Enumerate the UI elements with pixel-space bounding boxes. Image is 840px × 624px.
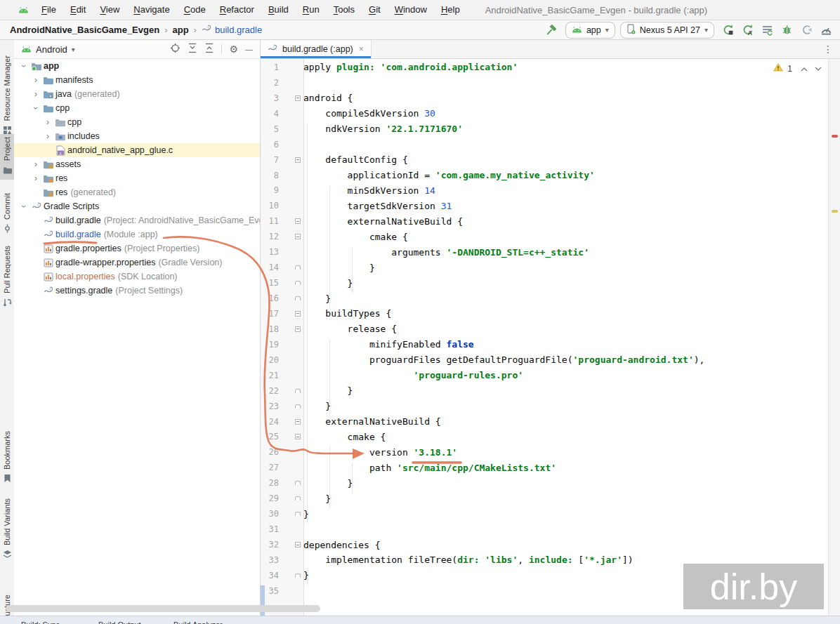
chevron-down-icon[interactable]: › (19, 201, 29, 212)
code-line-25[interactable]: 25 cmake { (261, 430, 829, 445)
profiler-icon[interactable] (818, 22, 834, 39)
menu-build[interactable]: Build (261, 0, 296, 20)
line-number[interactable]: 8 (261, 171, 279, 180)
line-number[interactable]: 26 (261, 447, 279, 457)
fold-start-icon[interactable] (295, 218, 301, 224)
code-line-23[interactable]: 23 } (261, 399, 829, 414)
code-line-19[interactable]: 19 minifyEnabled false (261, 337, 829, 352)
inspection-widget[interactable]: 1 (773, 63, 822, 74)
chevron-right-icon[interactable]: › (42, 117, 53, 127)
code-line-27[interactable]: 27 path 'src/main/cpp/CMakeLists.txt' (261, 460, 829, 475)
line-number[interactable]: 34 (261, 571, 279, 580)
code-line-22[interactable]: 22 } (261, 383, 829, 399)
code-line-12[interactable]: 12 cmake { (261, 229, 829, 244)
gear-icon[interactable]: ⚙ (229, 44, 238, 54)
code-line-10[interactable]: 10 targetSdkVersion 31 (261, 198, 829, 213)
build-hammer-icon[interactable] (544, 22, 560, 39)
tree-row-build-gradle[interactable]: build.gradle(Project: AndroidNative_Basi… (14, 213, 260, 227)
menu-refactor[interactable]: Refactor (213, 0, 261, 20)
code-line-4[interactable]: 4 compileSdkVersion 30 (261, 106, 829, 121)
line-number[interactable]: 3 (261, 93, 279, 103)
expand-all-icon[interactable] (188, 43, 197, 56)
tree-row-app[interactable]: ›app (14, 59, 260, 73)
collapse-all-icon[interactable] (204, 43, 214, 56)
line-number[interactable]: 4 (261, 109, 279, 119)
menu-git[interactable]: Git (362, 0, 388, 20)
bottom-bar-label[interactable]: Build Output (98, 620, 141, 624)
line-number[interactable]: 23 (261, 401, 279, 411)
line-number[interactable]: 32 (261, 540, 279, 550)
breadcrumb-project[interactable]: AndroidNative_BasicGame_Evgen (10, 25, 159, 35)
tool-window-button-structure[interactable]: Structure (0, 592, 14, 616)
code-line-11[interactable]: 11 externalNativeBuild { (261, 213, 829, 229)
bottom-bar-label[interactable]: Build Analyzer (173, 620, 223, 624)
code-line-13[interactable]: 13 arguments '-DANDROID_STL=c++_static' (261, 244, 829, 260)
tree-row-android-native-app-glue-c[interactable]: candroid_native_app_glue.c (14, 143, 260, 157)
fold-end-icon[interactable] (295, 573, 301, 578)
chevron-down-icon[interactable]: › (31, 102, 41, 114)
chevron-down-icon[interactable]: › (19, 60, 29, 72)
fold-start-icon[interactable] (295, 326, 301, 332)
tool-window-button-pull-requests[interactable]: Pull Requests (0, 243, 14, 312)
next-problem-icon[interactable] (815, 64, 822, 74)
apply-code-changes-icon[interactable]: A (739, 22, 756, 39)
tree-row-gradle-properties[interactable]: gradle.properties(Project Properties) (14, 241, 260, 255)
chevron-right-icon[interactable]: › (30, 173, 41, 183)
line-number[interactable]: 33 (261, 555, 279, 565)
code-line-28[interactable]: 28 } (261, 475, 829, 491)
tool-window-button-project[interactable]: Project (0, 134, 14, 180)
chevron-right-icon[interactable]: › (30, 159, 41, 169)
tool-window-button-commit[interactable]: Commit (0, 190, 14, 239)
fold-start-icon[interactable] (295, 157, 301, 163)
code-line-24[interactable]: 24 externalNativeBuild { (261, 414, 829, 430)
fold-end-icon[interactable] (295, 481, 301, 485)
chevron-right-icon[interactable]: › (30, 75, 41, 85)
tool-window-button-resource-manager[interactable]: Resource Manager (0, 53, 14, 140)
horizontal-scrollbar[interactable] (6, 605, 320, 612)
sync-list-icon[interactable] (759, 22, 775, 39)
fold-end-icon[interactable] (295, 265, 301, 270)
line-number[interactable]: 27 (261, 463, 279, 472)
fold-end-icon[interactable] (295, 281, 301, 285)
line-number[interactable]: 11 (261, 216, 279, 226)
tab-build-gradle[interactable]: build.gradle (:app) × (261, 40, 372, 58)
fold-start-icon[interactable] (295, 542, 301, 547)
tree-row-java[interactable]: ›java(generated) (14, 87, 260, 101)
line-number[interactable]: 24 (261, 417, 279, 427)
menu-edit[interactable]: Edit (63, 0, 93, 20)
line-number[interactable]: 9 (261, 185, 279, 195)
line-number[interactable]: 25 (261, 432, 279, 442)
menu-code[interactable]: Code (177, 0, 213, 20)
line-number[interactable]: 2 (261, 78, 279, 88)
code-line-29[interactable]: 29 } (261, 491, 829, 506)
close-tab-icon[interactable]: × (359, 44, 364, 54)
code-line-15[interactable]: 15 } (261, 275, 829, 291)
code-line-14[interactable]: 14 } (261, 260, 829, 275)
fold-end-icon[interactable] (295, 512, 301, 516)
fold-end-icon[interactable] (295, 496, 301, 500)
tree-row-res[interactable]: res(generated) (14, 185, 260, 199)
tree-row-assets[interactable]: ›assets (14, 157, 260, 171)
menu-tools[interactable]: Tools (327, 0, 362, 20)
tree-row-gradle-wrapper-properties[interactable]: gradle-wrapper.properties(Gradle Version… (14, 255, 260, 270)
scrollbar-warning-mark[interactable] (832, 210, 838, 213)
line-number[interactable]: 31 (261, 524, 279, 534)
line-number[interactable]: 16 (261, 293, 279, 303)
hide-panel-icon[interactable]: — (245, 45, 253, 53)
code-line-18[interactable]: 18 release { (261, 321, 829, 337)
fold-end-icon[interactable] (295, 404, 301, 409)
previous-problem-icon[interactable] (801, 64, 808, 74)
fold-start-icon[interactable] (295, 234, 301, 239)
code-line-1[interactable]: 1apply plugin: 'com.android.application' (261, 60, 829, 75)
tree-row-cpp[interactable]: ›cpp (14, 101, 260, 115)
menu-view[interactable]: View (93, 0, 126, 20)
tool-window-button-bookmarks[interactable]: Bookmarks (0, 428, 14, 489)
tree-row-gradle-scripts[interactable]: ›Gradle Scripts (14, 199, 260, 213)
chevron-right-icon[interactable]: › (42, 131, 53, 141)
tree-row-cpp[interactable]: ›cpp (14, 115, 260, 129)
code-line-32[interactable]: 32dependencies { (261, 537, 829, 552)
run-configuration-select[interactable]: app ▾ (565, 22, 615, 39)
chevron-right-icon[interactable]: › (30, 89, 41, 99)
menu-window[interactable]: Window (388, 0, 434, 20)
code-line-17[interactable]: 17 buildTypes { (261, 306, 829, 321)
